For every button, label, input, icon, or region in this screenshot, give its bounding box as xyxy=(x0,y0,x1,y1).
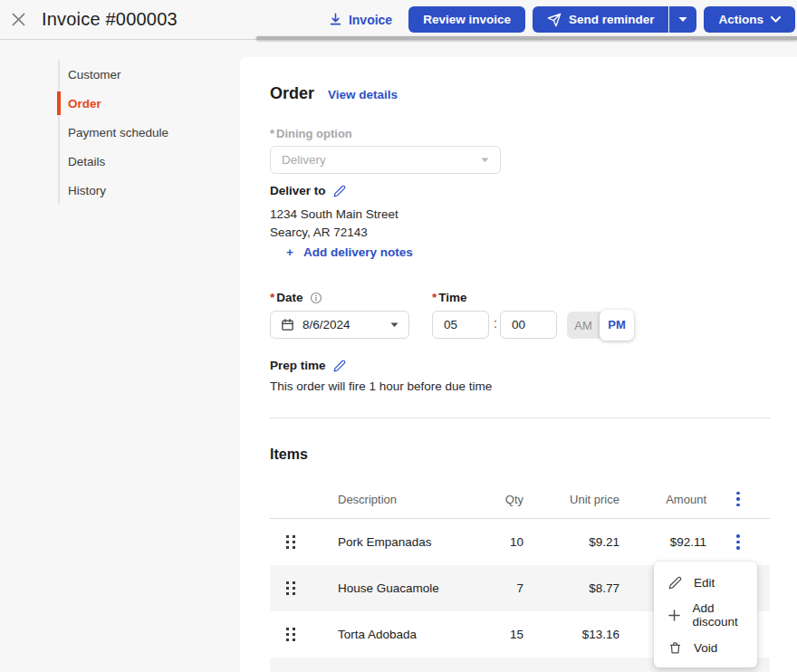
col-description: Description xyxy=(312,493,442,506)
prep-time-label: Prep time xyxy=(270,359,326,372)
context-menu-add-discount[interactable]: Add discount xyxy=(654,599,757,631)
actions-button[interactable]: Actions xyxy=(704,6,795,33)
items-table-header: Description Qty Unit price Amount xyxy=(270,480,770,519)
send-icon xyxy=(547,13,562,27)
context-menu-label: Edit xyxy=(694,576,715,590)
item-description: House Guacamole xyxy=(312,581,442,595)
sidebar-item-label: Payment schedule xyxy=(68,126,168,139)
date-value: 8/6/2024 xyxy=(302,318,382,331)
view-details-link[interactable]: View details xyxy=(328,88,398,101)
sidebar-item-customer[interactable]: Customer xyxy=(60,60,230,89)
add-delivery-notes-label: Add delivery notes xyxy=(303,245,413,259)
deliver-to-label: Deliver to xyxy=(270,184,326,197)
sidebar-item-details[interactable]: Details xyxy=(60,147,230,176)
edit-pencil-icon[interactable] xyxy=(333,185,346,197)
close-icon[interactable] xyxy=(9,11,27,29)
header-actions: Invoice Review invoice Send reminder Act… xyxy=(329,6,797,33)
section-divider xyxy=(270,418,770,418)
context-menu-edit[interactable]: Edit xyxy=(654,566,757,599)
item-amount: $92.11 xyxy=(619,535,706,549)
hour-input[interactable] xyxy=(432,311,489,339)
context-menu-void[interactable]: Void xyxy=(654,631,757,664)
download-invoice-label: Invoice xyxy=(349,13,392,27)
required-asterisk: * xyxy=(270,127,274,140)
required-asterisk: * xyxy=(432,291,437,304)
items-section-title: Items xyxy=(270,446,308,463)
dining-option-label: *Dining option xyxy=(270,127,352,140)
am-toggle[interactable]: AM xyxy=(567,319,600,332)
trash-icon xyxy=(667,641,683,655)
add-delivery-notes-link[interactable]: + Add delivery notes xyxy=(286,245,413,259)
edit-pencil-icon[interactable] xyxy=(333,360,346,372)
drag-handle-icon[interactable] xyxy=(286,628,296,641)
item-unit-price: $13.16 xyxy=(523,628,619,641)
col-qty: Qty xyxy=(442,493,523,506)
scroll-shadow-bar xyxy=(256,36,797,40)
sidebar-nav: Customer Order Payment schedule Details … xyxy=(58,60,230,205)
pencil-icon xyxy=(667,576,683,590)
caret-down-icon xyxy=(390,322,398,328)
review-invoice-label: Review invoice xyxy=(423,13,511,26)
info-icon[interactable] xyxy=(310,292,322,304)
send-reminder-dropdown-button[interactable] xyxy=(669,6,696,33)
context-menu-label: Add discount xyxy=(693,601,757,629)
sidebar-item-label: Details xyxy=(68,155,105,168)
actions-label: Actions xyxy=(718,13,763,26)
item-qty: 15 xyxy=(442,628,523,641)
send-reminder-split-button: Send reminder xyxy=(533,6,697,33)
col-unit-price: Unit price xyxy=(523,493,619,506)
delivery-address-line2: Searcy, AR 72143 xyxy=(270,224,368,242)
items-menu-icon[interactable] xyxy=(736,492,740,507)
send-reminder-label: Send reminder xyxy=(569,13,655,26)
time-colon: : xyxy=(494,316,497,331)
meridiem-toggle: AM PM xyxy=(567,312,632,339)
caret-down-icon xyxy=(678,16,687,23)
header: Invoice #000003 Invoice Review invoice S… xyxy=(0,0,797,40)
send-reminder-button[interactable]: Send reminder xyxy=(533,6,669,33)
calendar-icon xyxy=(281,318,294,331)
delivery-address-line1: 1234 South Main Street xyxy=(270,206,398,224)
dining-option-value: Delivery xyxy=(282,153,481,167)
sidebar-item-order[interactable]: Order xyxy=(60,89,230,118)
sidebar-item-label: Order xyxy=(68,97,101,110)
chevron-down-icon xyxy=(771,16,781,23)
sidebar-item-payment-schedule[interactable]: Payment schedule xyxy=(60,118,230,147)
review-invoice-button[interactable]: Review invoice xyxy=(408,6,525,33)
required-asterisk: * xyxy=(270,291,274,304)
minute-input[interactable] xyxy=(500,311,557,339)
caret-down-icon xyxy=(481,158,489,163)
item-unit-price: $9.21 xyxy=(523,535,619,549)
drag-handle-icon[interactable] xyxy=(286,581,296,595)
col-amount: Amount xyxy=(619,493,706,506)
table-row: Pork Empanadas 10 $9.21 $92.11 xyxy=(270,519,770,565)
item-description: Pork Empanadas xyxy=(312,535,442,549)
date-label: *Date xyxy=(270,291,303,304)
item-description: Torta Adobada xyxy=(312,628,442,641)
row-menu-icon[interactable] xyxy=(736,534,740,550)
order-section-title: Order xyxy=(270,84,314,103)
sidebar-item-history[interactable]: History xyxy=(60,176,230,205)
context-menu-label: Void xyxy=(694,641,717,655)
item-unit-price: $8.77 xyxy=(523,581,619,595)
download-icon xyxy=(329,13,342,26)
download-invoice-link[interactable]: Invoice xyxy=(329,13,392,27)
item-qty: 10 xyxy=(442,535,523,549)
row-context-menu: Edit Add discount Void xyxy=(654,562,757,667)
sidebar-item-label: Customer xyxy=(68,68,121,82)
time-label: *Time xyxy=(432,291,467,304)
prep-time-description: This order will fire 1 hour before due t… xyxy=(270,378,492,396)
date-picker[interactable]: 8/6/2024 xyxy=(270,311,409,339)
plus-icon: + xyxy=(286,245,293,259)
dining-option-select[interactable]: Delivery xyxy=(270,146,501,174)
plus-icon xyxy=(667,610,682,621)
drag-handle-icon[interactable] xyxy=(286,535,296,549)
sidebar-item-label: History xyxy=(68,184,106,197)
pm-toggle[interactable]: PM xyxy=(600,310,634,341)
page-title: Invoice #000003 xyxy=(42,9,178,30)
item-qty: 7 xyxy=(442,581,523,595)
